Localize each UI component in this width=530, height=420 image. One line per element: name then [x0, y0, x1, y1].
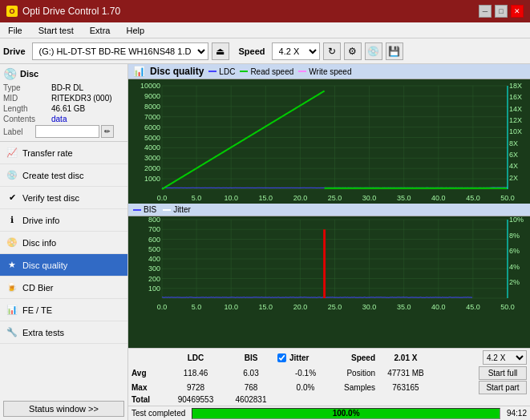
sidebar-item-drive-info[interactable]: ℹ Drive info	[0, 209, 127, 232]
transfer-rate-icon: 📈	[6, 147, 18, 159]
label-input[interactable]	[35, 125, 99, 138]
type-value: BD-R DL	[51, 83, 83, 92]
position-label: Position	[335, 369, 375, 378]
titlebar-controls[interactable]: ─ □ ✕	[479, 5, 524, 18]
avg-ldc: 118.46	[167, 369, 225, 378]
minimize-button[interactable]: ─	[479, 5, 492, 18]
jitter-label: Jitter	[173, 205, 191, 214]
bottom-chart	[128, 216, 530, 313]
status-window-button[interactable]: Status window >>	[3, 401, 124, 417]
speed-value-col: 2.01 X	[377, 353, 435, 362]
menu-file[interactable]: File	[3, 25, 27, 36]
titlebar: O Opti Drive Control 1.70 ─ □ ✕	[0, 0, 530, 22]
app-icon: O	[6, 6, 18, 17]
write-speed-color	[298, 71, 306, 72]
speed-select[interactable]: 4.2 X	[272, 42, 320, 60]
close-button[interactable]: ✕	[511, 5, 524, 18]
drive-select[interactable]: (G:) HL-DT-ST BD-RE WH16NS48 1.D3	[32, 42, 208, 60]
contents-value: data	[51, 115, 67, 123]
ldc-label: LDC	[219, 67, 235, 76]
avg-label: Avg	[131, 369, 165, 378]
app-title: Opti Drive Control 1.70	[22, 6, 120, 17]
legend-ldc: LDC	[208, 67, 235, 76]
maximize-button[interactable]: □	[495, 5, 508, 18]
jitter-color	[163, 209, 171, 211]
sidebar: 💿 Disc Type BD-R DL MID RITEKDR3 (000) L…	[0, 64, 128, 420]
bis-label: BIS	[144, 205, 156, 214]
max-jitter: 0.0%	[277, 383, 334, 392]
position-value: 47731 MB	[377, 369, 435, 378]
sidebar-menu: 📈 Transfer rate 💿 Create test disc ✔ Ver…	[0, 142, 127, 398]
contents-label: Contents	[3, 115, 51, 123]
mid-label: MID	[3, 94, 51, 103]
legend-jitter: Jitter	[163, 205, 191, 214]
bis-header: BIS	[226, 353, 276, 362]
sidebar-item-cd-bier[interactable]: 🍺 CD Bier	[0, 277, 127, 299]
read-speed-color	[240, 71, 248, 72]
jitter-checkbox[interactable]	[277, 353, 286, 362]
samples-label: Samples	[335, 383, 375, 392]
verify-test-disc-icon: ✔	[6, 192, 18, 204]
disc-panel-icon: 💿	[3, 67, 17, 80]
sidebar-item-label: CD Bier	[22, 283, 54, 293]
right-panel: 📊 Disc quality LDC Read speed Write spee…	[128, 64, 530, 420]
sidebar-item-verify-test-disc[interactable]: ✔ Verify test disc	[0, 187, 127, 209]
eject-button[interactable]: ⏏	[212, 42, 229, 60]
extra-tests-icon: 🔧	[6, 327, 18, 338]
sidebar-item-label: Transfer rate	[22, 148, 73, 158]
total-label: Total	[131, 395, 165, 404]
top-chart	[128, 79, 530, 204]
type-label: Type	[3, 83, 51, 92]
speed-col-header: Speed	[335, 353, 375, 362]
mid-value: RITEKDR3 (000)	[51, 94, 112, 103]
drive-info-icon: ℹ	[6, 215, 18, 226]
label-edit-button[interactable]: ✏	[101, 125, 114, 138]
disc-panel: 💿 Disc Type BD-R DL MID RITEKDR3 (000) L…	[0, 64, 127, 142]
cd-bier-icon: 🍺	[6, 282, 18, 293]
length-value: 46.61 GB	[51, 104, 85, 113]
length-label: Length	[3, 104, 51, 113]
menubar: File Start test Extra Help	[0, 22, 530, 38]
sidebar-item-create-test-disc[interactable]: 💿 Create test disc	[0, 164, 127, 187]
read-speed-label: Read speed	[250, 67, 293, 76]
disc-button[interactable]: 💿	[365, 42, 382, 60]
max-bis: 768	[226, 383, 276, 392]
ldc-header: LDC	[167, 353, 225, 362]
sidebar-item-fe-te[interactable]: 📊 FE / TE	[0, 299, 127, 321]
sidebar-item-label: Disc info	[22, 238, 56, 248]
save-button[interactable]: 💾	[386, 42, 403, 60]
sidebar-item-label: FE / TE	[22, 305, 52, 315]
sidebar-item-extra-tests[interactable]: 🔧 Extra tests	[0, 321, 127, 344]
disc-quality-icon: ★	[6, 260, 18, 271]
legend-bis: BIS	[133, 205, 156, 214]
ldc-color	[208, 71, 216, 72]
legend-write-speed: Write speed	[298, 67, 351, 76]
sidebar-item-label: Verify test disc	[22, 193, 79, 203]
start-full-button[interactable]: Start full	[479, 366, 527, 380]
max-label: Max	[131, 383, 165, 392]
speed-select-stats[interactable]: 4.2 X	[483, 350, 527, 365]
menu-start-test[interactable]: Start test	[34, 25, 79, 36]
jitter-col-header: Jitter	[289, 353, 309, 362]
write-speed-label: Write speed	[309, 67, 351, 76]
sidebar-item-transfer-rate[interactable]: 📈 Transfer rate	[0, 142, 127, 164]
chart-header: 📊 Disc quality LDC Read speed Write spee…	[128, 64, 530, 79]
menu-extra[interactable]: Extra	[85, 25, 115, 36]
start-part-button[interactable]: Start part	[479, 381, 527, 394]
refresh-button[interactable]: ↻	[323, 42, 341, 60]
status-bar: Test completed 100.0% 94:12	[128, 406, 530, 420]
progress-bar-container: 100.0%	[192, 408, 500, 419]
settings-button[interactable]: ⚙	[344, 42, 362, 60]
sidebar-item-label: Create test disc	[22, 171, 83, 180]
disc-panel-title: Disc	[20, 69, 38, 79]
avg-jitter: -0.1%	[277, 369, 334, 378]
legend-read-speed: Read speed	[240, 67, 293, 76]
drive-label: Drive	[3, 46, 26, 56]
avg-bis: 6.03	[226, 369, 276, 378]
sidebar-item-disc-quality[interactable]: ★ Disc quality	[0, 254, 127, 277]
menu-help[interactable]: Help	[121, 25, 149, 36]
create-test-disc-icon: 💿	[6, 170, 18, 181]
sidebar-item-label: Drive info	[22, 216, 59, 225]
sidebar-item-disc-info[interactable]: 📀 Disc info	[0, 232, 127, 254]
titlebar-left: O Opti Drive Control 1.70	[6, 6, 120, 17]
